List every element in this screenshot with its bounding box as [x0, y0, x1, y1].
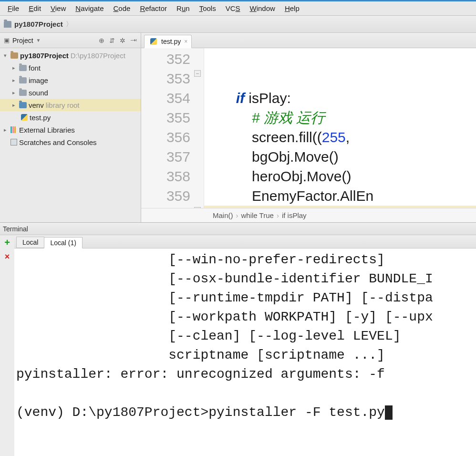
editor-breadcrumb: Main() › while True › if isPlay	[141, 208, 476, 222]
tree-file-testpy[interactable]: test.py	[0, 111, 141, 124]
crumb-main[interactable]: Main()	[213, 211, 233, 219]
libraries-icon	[10, 126, 17, 133]
terminal-body: + × Local Local (1) [--win-no-prefer-red…	[0, 235, 476, 456]
tree-folder-sound[interactable]: ▸ sound	[0, 86, 141, 99]
collapse-icon[interactable]: ⭲	[130, 37, 137, 44]
terminal-title[interactable]: Terminal	[0, 223, 476, 235]
terminal-tabs: Local Local (1)	[14, 235, 476, 249]
folder-icon	[19, 90, 27, 96]
terminal-cursor	[385, 405, 393, 420]
line-gutter: 352 353 354 355 356 357 358 359 360 – –	[141, 48, 204, 208]
tree-scratches[interactable]: Scratches and Consoles	[0, 136, 141, 148]
chevron-down-icon[interactable]: ▾	[2, 52, 9, 59]
code-editor[interactable]: 352 353 354 355 356 357 358 359 360 – – …	[141, 48, 476, 208]
nav-breadcrumb: py1807Project 〉	[0, 16, 476, 33]
project-tree: ▾ py1807Project D:\py1807Project ▸ font …	[0, 48, 141, 222]
menu-navigate[interactable]: Navigate	[71, 2, 108, 14]
crumb-while[interactable]: while True	[241, 211, 274, 219]
python-file-icon	[21, 114, 28, 121]
main-menubar: File Edit View Navigate Code Refactor Ru…	[0, 1, 476, 16]
chevron-right-icon: ›	[277, 211, 279, 219]
menu-window[interactable]: Window	[245, 2, 280, 14]
terminal-output[interactable]: [--win-no-prefer-redirects] [--osx-bundl…	[14, 249, 476, 456]
menu-file[interactable]: File	[3, 2, 24, 14]
menu-tools[interactable]: Tools	[195, 2, 221, 14]
project-tool-header: ▣ Project ▼ ⊕ ⇵ ✲ ⭲	[0, 33, 141, 48]
editor-tabbar: test.py ×	[141, 33, 476, 48]
chevron-right-icon[interactable]: ▸	[10, 90, 17, 96]
tree-external-libraries[interactable]: ▸ External Libraries	[0, 124, 141, 136]
project-view-icon: ▣	[4, 37, 10, 44]
project-sidebar: ▣ Project ▼ ⊕ ⇵ ✲ ⭲ ▾ py1807Project D:\p…	[0, 33, 141, 222]
target-icon[interactable]: ⊕	[99, 37, 104, 44]
terminal-tab-local[interactable]: Local	[16, 237, 44, 248]
editor-tab-testpy[interactable]: test.py ×	[144, 35, 192, 48]
dropdown-icon[interactable]: ▼	[36, 38, 41, 43]
main-split: ▣ Project ▼ ⊕ ⇵ ✲ ⭲ ▾ py1807Project D:\p…	[0, 33, 476, 222]
chevron-right-icon[interactable]: ▸	[10, 102, 17, 108]
terminal-tab-local1[interactable]: Local (1)	[44, 237, 82, 249]
fold-mark-icon[interactable]: –	[194, 207, 201, 208]
python-file-icon	[150, 38, 157, 45]
terminal-toolbar: + ×	[0, 235, 14, 456]
folder-icon	[19, 77, 27, 83]
tree-root-path: D:\py1807Project	[71, 52, 125, 60]
terminal-panel: Terminal + × Local Local (1) [--win-no-p…	[0, 222, 476, 456]
folder-icon	[19, 65, 27, 71]
tree-folder-venv[interactable]: ▸ venv library root	[0, 99, 141, 111]
folder-icon	[4, 21, 11, 28]
tree-folder-font[interactable]: ▸ font	[0, 62, 141, 74]
fold-mark-icon[interactable]: –	[194, 70, 201, 77]
chevron-right-icon: ›	[236, 211, 238, 219]
menu-run[interactable]: Run	[172, 2, 195, 14]
menu-code[interactable]: Code	[109, 2, 135, 14]
folder-icon	[19, 102, 27, 108]
scratches-icon	[10, 139, 17, 145]
code-content[interactable]: if isPlay: # 游戏 运行 screen.fill((255, bgO…	[204, 48, 476, 208]
chevron-right-icon[interactable]: ▸	[10, 65, 17, 71]
autoscroll-icon[interactable]: ⇵	[109, 37, 115, 44]
close-icon[interactable]: ×	[184, 38, 187, 45]
breadcrumb-project[interactable]: py1807Project	[14, 20, 63, 28]
close-session-button[interactable]: ×	[5, 252, 10, 262]
menu-help[interactable]: Help	[280, 2, 304, 14]
crumb-if[interactable]: if isPlay	[282, 211, 307, 219]
menu-edit[interactable]: Edit	[24, 2, 46, 14]
gear-icon[interactable]: ✲	[120, 37, 125, 44]
tree-root-name: py1807Project	[20, 52, 69, 60]
tab-label: test.py	[161, 38, 181, 45]
folder-icon	[10, 52, 18, 59]
chevron-right-icon[interactable]: ▸	[2, 127, 9, 133]
chevron-right-icon: 〉	[66, 20, 72, 29]
tree-folder-image[interactable]: ▸ image	[0, 74, 141, 86]
editor-area: test.py × 352 353 354 355 356 357 358 35…	[141, 33, 476, 222]
menu-view[interactable]: View	[46, 2, 71, 14]
menu-refactor[interactable]: Refactor	[135, 2, 172, 14]
chevron-right-icon[interactable]: ▸	[10, 77, 17, 83]
new-session-button[interactable]: +	[4, 237, 10, 248]
tree-root[interactable]: ▾ py1807Project D:\py1807Project	[0, 49, 141, 62]
menu-vcs[interactable]: VCS	[221, 2, 245, 14]
project-tool-title[interactable]: Project	[12, 37, 33, 44]
